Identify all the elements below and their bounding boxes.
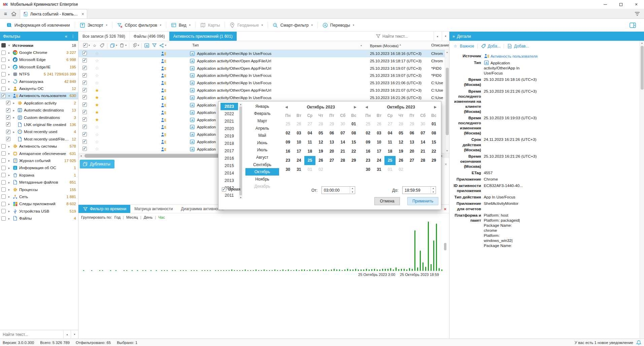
star-icon[interactable]: ☆ [95,125,99,130]
calendar-day[interactable]: 26 [315,156,327,165]
star-icon[interactable]: ☆ [95,147,99,152]
checkbox[interactable] [1,94,6,98]
star-icon[interactable]: ☆ [95,139,99,145]
calendar-day[interactable]: 22 [428,147,439,156]
month-option[interactable]: Январь [245,103,279,110]
row-checkbox[interactable] [82,110,87,114]
calendar-day[interactable]: 03 [294,129,305,138]
search-prev-button[interactable]: ▴ [434,32,441,41]
scrollbar-thumb[interactable] [446,68,449,135]
expander-closed-icon[interactable]: ▸ [7,188,11,191]
records-tab[interactable]: Активность приложений (1 601) [169,32,237,41]
calendar-day[interactable]: 18 [304,147,315,156]
panel-toggle-button[interactable] [630,23,641,28]
details-scrollbar[interactable]: ▴ [640,41,644,339]
calendar-day[interactable]: 23 [363,156,374,165]
toolbar-button-view[interactable]: Вид▾ [168,20,194,30]
calendar-day[interactable]: 01 [348,120,359,129]
sidebar-item[interactable]: ▾Источники18 [0,42,78,49]
calendar-day[interactable]: 30 [363,165,374,174]
month-option[interactable]: Апрель [245,125,279,132]
sidebar-item[interactable]: ▸Журнал событий17 925 [0,157,78,164]
sidebar-item[interactable]: Most recently used/File rece...12 [0,135,78,143]
calendar-day[interactable]: 11 [384,138,396,147]
scroll-up-icon[interactable]: ▴ [446,51,448,54]
header-action-tag[interactable] [99,43,105,48]
groupby-option[interactable]: Год [114,215,121,219]
row-checkbox[interactable] [82,125,87,129]
month-option[interactable]: Сентябрь [245,161,279,168]
calendar-day[interactable]: 28 [417,156,429,165]
row-checkbox[interactable] [82,73,87,77]
checkbox[interactable] [1,216,6,221]
star-icon[interactable]: ★ [95,117,99,122]
calendar-day[interactable]: 14 [417,138,429,147]
checkbox[interactable] [6,101,10,105]
dropdown-icon[interactable]: ▾ [138,44,139,47]
dropdown-icon[interactable]: ▾ [189,24,191,27]
bottom-tab[interactable]: Фильтр по времени [78,205,130,213]
calendar-day[interactable]: 08 [428,129,439,138]
calendar-day[interactable]: 27 [384,120,396,129]
calendar-day[interactable]: 13 [326,138,337,147]
apply-button[interactable]: Применить [407,197,438,205]
column-header-description[interactable]: Описание [431,43,449,47]
calendar-day[interactable]: 17 [294,147,305,156]
dropdown-icon[interactable]: ▾ [89,44,90,47]
expander-closed-icon[interactable]: ▸ [7,202,11,206]
calendar-day[interactable]: 24 [374,156,385,165]
dropdown-icon[interactable]: ▾ [353,24,354,27]
header-action-type-filter[interactable]: A [143,43,150,48]
calendar-day[interactable]: 12 [315,138,327,147]
expander-closed-icon[interactable]: ▸ [7,159,11,162]
scroll-left-icon[interactable]: ◂ [78,153,83,158]
sidebar-search-input[interactable] [0,330,63,339]
expander-closed-icon[interactable]: ▸ [7,195,11,198]
scrollbar-thumb[interactable] [641,46,644,90]
expander-closed-icon[interactable]: ▸ [7,145,11,148]
sidebar-item[interactable]: ▸Метаданные файлов851 [0,179,78,186]
calendar-day[interactable]: 10 [374,138,385,147]
checkbox[interactable] [1,87,6,91]
checkbox[interactable] [1,209,6,213]
dropdown-icon[interactable]: ▾ [106,24,107,27]
calendar-day[interactable]: 23 [282,156,294,165]
details-action[interactable]: ☆Важное [453,44,474,49]
checkbox[interactable] [1,151,6,156]
table-row[interactable]: ☆AApplication activity/Other/Open App/Fi… [78,65,449,72]
calendar-day[interactable]: 26 [294,120,305,129]
column-header-type[interactable]: Тип [192,43,199,47]
table-row[interactable]: ☆AApplication activity/Other/Open App/Fi… [78,57,449,65]
checkbox[interactable] [1,194,6,199]
sidebar-item[interactable]: ▸Аккаунты ОС12 [0,85,78,92]
expander-open-icon[interactable]: ▾ [7,43,11,47]
dropdown-icon[interactable]: ▾ [165,44,166,47]
month-option[interactable]: Ноябрь [245,176,279,183]
calendar-day[interactable]: 09 [363,138,374,147]
table-row[interactable]: ★AApplication activity/Other/Open App/Fi… [78,87,449,94]
star-icon[interactable]: ☆ [95,132,99,137]
expander-closed-icon[interactable]: ▸ [7,209,11,213]
toolbar-button-translate[interactable]: AПереводы▾ [319,20,358,30]
calendar-day[interactable]: 16 [363,147,374,156]
bottom-tab[interactable]: Матрица активности [130,205,177,213]
checkbox[interactable] [6,115,10,120]
bottom-panel-close-icon[interactable]: × [444,207,449,212]
groupby-option[interactable]: Месяц [126,215,138,219]
sidebar-item[interactable]: ▸Процессы155 [0,186,78,193]
collapse-panel-icon[interactable]: » [452,34,455,39]
month-option[interactable]: Май [245,132,279,139]
expander-closed-icon[interactable]: ▸ [7,181,11,184]
expander-closed-icon[interactable]: ▸ [7,51,11,55]
year-option[interactable]: 2019 [221,132,238,140]
year-option[interactable]: 2017 [221,147,238,155]
year-option[interactable]: 2014 [221,169,238,177]
calendar-day[interactable]: 12 [396,138,407,147]
month-option[interactable]: Июнь [245,139,279,147]
search-prev-button[interactable]: ▴ [63,330,71,339]
year-option[interactable]: 2020 [221,125,238,132]
sidebar-item[interactable]: ▸Application activity2 [0,99,78,106]
next-month-icon[interactable]: ▶ [354,105,357,109]
column-header-time[interactable]: Время (Москва) ▴ [370,43,401,48]
expander-closed-icon[interactable]: ▸ [12,101,16,105]
